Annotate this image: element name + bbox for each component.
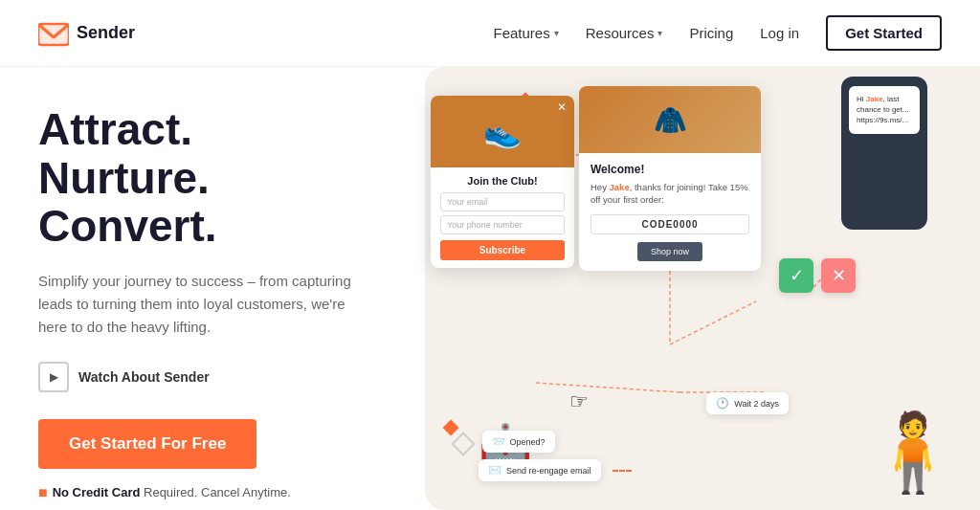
send-reengage-node: ✉️ Send re-engage email [479,459,601,481]
shop-now-button[interactable]: Shop now [637,242,702,261]
sneaker-image: 👟 [483,114,522,150]
nav-login[interactable]: Log in [760,25,799,41]
chevron-down-icon: ▾ [554,28,559,38]
email-icon: ✉️ [488,464,501,477]
action-icons: ✓ ✕ [779,258,856,293]
opened-node: 📨 Opened? [482,431,555,453]
popup-form-card: ✕ 👟 Join the Club! Your email Your phone… [431,96,574,268]
cursor-icon: ☞ [569,389,589,414]
hero-cta-button[interactable]: Get Started For Free [38,419,256,469]
chevron-down-icon: ▾ [657,28,662,38]
email-card-body: Welcome! Hey Jake, thanks for joining! T… [579,153,761,271]
no-credit-note: ■ No Credit Card Required. Cancel Anytim… [38,484,364,501]
popup-title: Join the Club! [440,175,565,187]
sms-message: Hi Jake, last chance to get... https://9… [849,86,920,134]
automation-row: ✉️ Send re-engage email 📨 Opened? [479,459,632,481]
popup-phone-field[interactable]: Your phone number [440,215,565,234]
hero-subtext: Simplify your journey to success – from … [38,270,364,339]
email-welcome-card: 🧥 Welcome! Hey Jake, thanks for joining!… [579,86,761,271]
promo-code: CODE0000 [590,214,749,234]
nav-links: Features ▾ Resources ▾ Pricing Log in Ge… [494,15,943,51]
popup-body: Join the Club! Your email Your phone num… [431,167,574,268]
hero-headline: Attract. Nurture. Convert. [38,105,364,251]
play-icon: ▶ [38,362,69,392]
sms-phone-card: Hi Jake, last chance to get... https://9… [841,77,927,230]
navbar: Sender Features ▾ Resources ▾ Pricing Lo… [0,0,980,67]
wait-automation-node: 🕐 Wait 2 days [706,392,789,414]
nav-pricing[interactable]: Pricing [689,25,733,41]
x-icon-box: ✕ [821,258,856,293]
main-content: Attract. Nurture. Convert. Simplify your… [0,67,980,510]
hero-section: Attract. Nurture. Convert. Simplify your… [0,67,402,510]
email-card-image: 🧥 [579,86,761,153]
check-icon-box: ✓ [779,258,813,293]
email-card-title: Welcome! [590,163,749,176]
envelope-open-icon: 📨 [492,435,505,448]
brand-name: Sender [77,23,135,43]
watch-label: Watch About Sender [78,369,210,385]
clock-icon: 🕐 [716,397,729,410]
logo[interactable]: Sender [38,20,135,47]
bullet-icon: ■ [38,484,48,501]
dashed-connector [612,470,632,472]
popup-email-field[interactable]: Your email [440,192,565,211]
email-card-text: Hey Jake, thanks for joining! Take 15% o… [590,181,749,207]
close-icon[interactable]: ✕ [557,100,567,114]
popup-image: ✕ 👟 [431,96,574,167]
watch-video-button[interactable]: ▶ Watch About Sender [38,362,364,392]
nav-get-started-button[interactable]: Get Started [826,15,942,51]
logo-icon [38,20,69,47]
nav-features[interactable]: Features ▾ [494,25,559,41]
hero-illustration: ✕ 👟 Join the Club! Your email Your phone… [402,67,980,510]
person-illustration: 🧍 [865,414,961,491]
popup-subscribe-button[interactable]: Subscribe [440,240,565,260]
nav-resources[interactable]: Resources ▾ [586,25,663,41]
